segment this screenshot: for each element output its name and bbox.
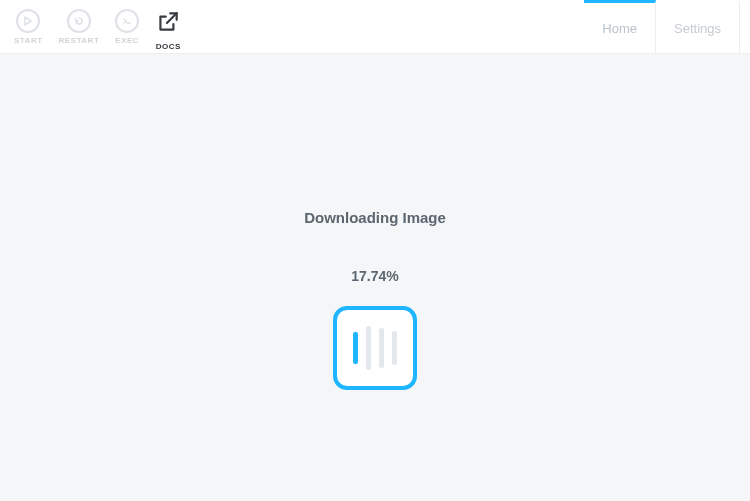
spinner-bar <box>379 328 384 368</box>
status-percent: 17.74% <box>351 268 398 284</box>
docs-button[interactable]: DOCS <box>151 9 185 51</box>
restart-button[interactable]: RESTART <box>55 9 104 45</box>
spinner-bar <box>353 332 358 364</box>
terminal-icon <box>115 9 139 33</box>
tabs: Home Settings <box>584 0 740 53</box>
main-content: Downloading Image 17.74% <box>0 54 750 501</box>
toolbar-left: START RESTART EXEC DOCS <box>10 3 185 51</box>
play-icon <box>16 9 40 33</box>
exec-button[interactable]: EXEC <box>111 9 143 45</box>
spinner-bar <box>366 326 371 370</box>
tab-settings[interactable]: Settings <box>656 0 740 53</box>
top-bar: START RESTART EXEC DOCS <box>0 0 750 54</box>
start-label: START <box>14 36 43 45</box>
restart-icon <box>67 9 91 33</box>
external-link-icon <box>155 9 181 39</box>
restart-label: RESTART <box>59 36 100 45</box>
tab-settings-label: Settings <box>674 21 721 36</box>
tab-home[interactable]: Home <box>584 0 656 53</box>
docs-label: DOCS <box>156 42 181 51</box>
tab-home-label: Home <box>602 21 637 36</box>
start-button[interactable]: START <box>10 9 47 45</box>
loading-spinner <box>333 306 417 390</box>
spinner-bar <box>392 331 397 365</box>
status-title: Downloading Image <box>304 209 446 226</box>
exec-label: EXEC <box>115 36 139 45</box>
